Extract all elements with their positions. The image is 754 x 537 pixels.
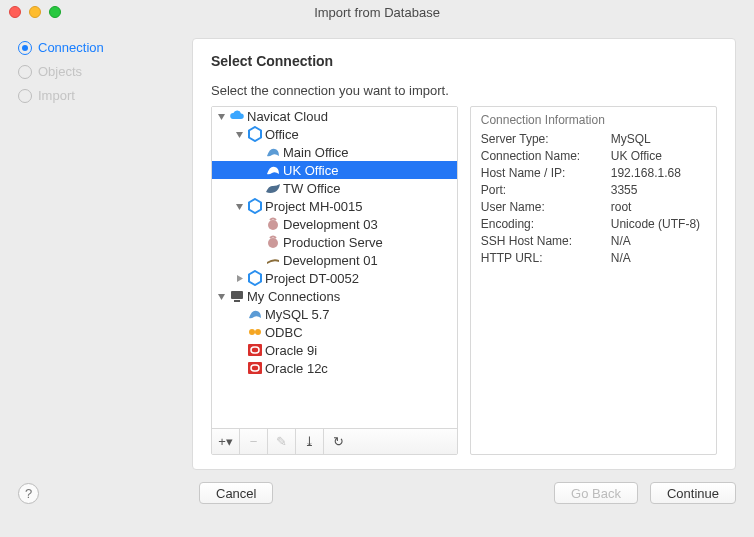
import-icon: ⤓ bbox=[304, 434, 315, 449]
tree-item-label: ODBC bbox=[265, 325, 303, 340]
step-label: Connection bbox=[38, 40, 104, 55]
tree-item[interactable]: MySQL 5.7 bbox=[212, 305, 457, 323]
computer-icon bbox=[229, 288, 245, 304]
info-row: Encoding:Unicode (UTF-8) bbox=[481, 217, 706, 231]
help-button[interactable]: ? bbox=[18, 483, 39, 504]
tree-item[interactable]: My Connections bbox=[212, 287, 457, 305]
tree-item-label: My Connections bbox=[247, 289, 340, 304]
continue-button[interactable]: Continue bbox=[650, 482, 736, 504]
svg-marker-7 bbox=[237, 275, 243, 282]
tree-item-label: Navicat Cloud bbox=[247, 109, 328, 124]
info-value: 3355 bbox=[611, 183, 638, 197]
tree-item-label: Main Office bbox=[283, 145, 349, 160]
wizard-step-objects: Objects bbox=[18, 64, 178, 79]
tree-item-label: UK Office bbox=[283, 163, 338, 178]
info-row: HTTP URL:N/A bbox=[481, 251, 706, 265]
info-label: Encoding: bbox=[481, 217, 611, 231]
info-title: Connection Information bbox=[481, 113, 706, 127]
svg-marker-3 bbox=[236, 204, 243, 210]
tree-item-label: MySQL 5.7 bbox=[265, 307, 330, 322]
chevron-down-icon[interactable] bbox=[216, 291, 227, 302]
wizard-step-connection: Connection bbox=[18, 40, 178, 55]
tree-toolbar: +▾−✎⤓↻ bbox=[212, 428, 457, 454]
radio-icon bbox=[18, 65, 32, 79]
hexagon-blue-icon bbox=[247, 126, 263, 142]
edit-icon: ✎ bbox=[276, 434, 287, 449]
tree-item[interactable]: Production Serve bbox=[212, 233, 457, 251]
chevron-right-icon[interactable] bbox=[234, 273, 245, 284]
svg-marker-0 bbox=[218, 114, 225, 120]
remove-icon: − bbox=[250, 434, 258, 449]
info-row: Server Type:MySQL bbox=[481, 132, 706, 146]
spacer bbox=[234, 345, 245, 356]
tree-item[interactable]: Project MH-0015 bbox=[212, 197, 457, 215]
spacer bbox=[234, 363, 245, 374]
svg-point-13 bbox=[255, 329, 261, 335]
mariadb-icon bbox=[265, 180, 281, 196]
chevron-down-icon[interactable] bbox=[234, 129, 245, 140]
svg-marker-4 bbox=[249, 199, 261, 213]
chevron-down-icon[interactable] bbox=[234, 201, 245, 212]
radio-icon bbox=[18, 89, 32, 103]
info-value: N/A bbox=[611, 234, 631, 248]
tree-item[interactable]: Oracle 12c bbox=[212, 359, 457, 377]
mysql-dolphin-icon bbox=[265, 144, 281, 160]
postgres-icon bbox=[265, 216, 281, 232]
svg-marker-8 bbox=[249, 271, 261, 285]
tree-item[interactable]: UK Office bbox=[212, 161, 457, 179]
radio-icon bbox=[18, 41, 32, 55]
tree-item[interactable]: Project DT-0052 bbox=[212, 269, 457, 287]
info-label: Host Name / IP: bbox=[481, 166, 611, 180]
main-panel: Select Connection Select the connection … bbox=[192, 38, 736, 470]
chevron-down-icon[interactable] bbox=[216, 111, 227, 122]
tree-item[interactable]: Main Office bbox=[212, 143, 457, 161]
tree-item-label: Office bbox=[265, 127, 299, 142]
info-value: UK Office bbox=[611, 149, 662, 163]
info-row: Host Name / IP:192.168.1.68 bbox=[481, 166, 706, 180]
cancel-button[interactable]: Cancel bbox=[199, 482, 273, 504]
edit-button: ✎ bbox=[268, 429, 296, 454]
add-icon: +▾ bbox=[218, 434, 233, 449]
hexagon-blue-icon bbox=[247, 198, 263, 214]
panel-heading: Select Connection bbox=[211, 53, 717, 69]
svg-rect-10 bbox=[231, 291, 243, 299]
info-label: Port: bbox=[481, 183, 611, 197]
spacer bbox=[252, 219, 263, 230]
tree-item[interactable]: Oracle 9i bbox=[212, 341, 457, 359]
svg-point-6 bbox=[268, 238, 278, 248]
spacer bbox=[252, 165, 263, 176]
import-button[interactable]: ⤓ bbox=[296, 429, 324, 454]
tree-item[interactable]: Development 01 bbox=[212, 251, 457, 269]
svg-rect-16 bbox=[248, 362, 262, 374]
spacer bbox=[252, 255, 263, 266]
info-value: root bbox=[611, 200, 632, 214]
oracle-icon bbox=[247, 342, 263, 358]
connection-info-panel: Connection Information Server Type:MySQL… bbox=[470, 106, 717, 455]
tree-item-label: Project MH-0015 bbox=[265, 199, 363, 214]
panel-subhead: Select the connection you want to import… bbox=[211, 83, 717, 98]
reload-icon: ↻ bbox=[333, 434, 344, 449]
tree-item-label: Oracle 9i bbox=[265, 343, 317, 358]
tree-item[interactable]: Navicat Cloud bbox=[212, 107, 457, 125]
cloud-icon bbox=[229, 108, 245, 124]
go-back-button: Go Back bbox=[554, 482, 638, 504]
tree-item[interactable]: TW Office bbox=[212, 179, 457, 197]
tree-item-label: Oracle 12c bbox=[265, 361, 328, 376]
tree-item-label: Project DT-0052 bbox=[265, 271, 359, 286]
svg-point-5 bbox=[268, 220, 278, 230]
info-label: HTTP URL: bbox=[481, 251, 611, 265]
spacer bbox=[252, 237, 263, 248]
spacer bbox=[252, 147, 263, 158]
window-title: Import from Database bbox=[0, 5, 754, 20]
tree-item[interactable]: Development 03 bbox=[212, 215, 457, 233]
reload-button[interactable]: ↻ bbox=[324, 429, 352, 454]
add-button[interactable]: +▾ bbox=[212, 429, 240, 454]
tree-item[interactable]: ODBC bbox=[212, 323, 457, 341]
tree-item-label: Development 01 bbox=[283, 253, 378, 268]
connection-tree[interactable]: Navicat CloudOfficeMain OfficeUK OfficeT… bbox=[212, 107, 457, 428]
spacer bbox=[234, 327, 245, 338]
info-label: Connection Name: bbox=[481, 149, 611, 163]
info-label: Server Type: bbox=[481, 132, 611, 146]
tree-item[interactable]: Office bbox=[212, 125, 457, 143]
svg-point-12 bbox=[249, 329, 255, 335]
